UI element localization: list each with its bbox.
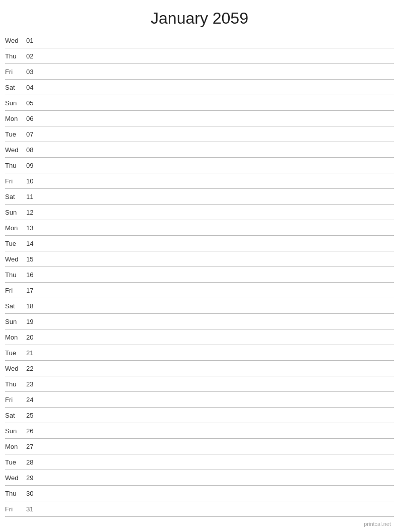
day-number: 07 (26, 130, 40, 138)
day-line (40, 321, 394, 322)
day-name: Tue (5, 349, 26, 357)
day-row: Sun26 (5, 423, 394, 439)
day-row: Sat04 (5, 80, 394, 95)
day-line (40, 415, 394, 416)
day-name: Sun (5, 99, 26, 107)
day-name: Thu (5, 490, 26, 497)
day-line (40, 212, 394, 213)
day-name: Fri (5, 505, 26, 513)
day-name: Sat (5, 412, 26, 419)
day-number: 14 (26, 240, 40, 247)
day-number: 02 (26, 52, 40, 60)
day-number: 05 (26, 99, 40, 107)
day-line (40, 196, 394, 197)
day-row: Tue28 (5, 454, 394, 470)
day-number: 11 (26, 193, 40, 201)
day-line (40, 259, 394, 259)
day-line (40, 103, 394, 103)
day-row: Sun19 (5, 314, 394, 329)
day-number: 26 (26, 427, 40, 435)
day-number: 03 (26, 68, 40, 76)
day-line (40, 134, 394, 135)
day-name: Wed (5, 146, 26, 154)
day-row: Mon06 (5, 111, 394, 126)
day-row: Sat11 (5, 189, 394, 205)
day-line (40, 353, 394, 353)
day-row: Fri17 (5, 283, 394, 298)
calendar-list: Wed01Thu02Fri03Sat04Sun05Mon06Tue07Wed08… (0, 33, 399, 517)
day-row: Mon13 (5, 220, 394, 236)
day-line (40, 337, 394, 338)
day-name: Mon (5, 115, 26, 122)
day-row: Fri10 (5, 173, 394, 189)
day-name: Tue (5, 458, 26, 466)
day-row: Thu30 (5, 486, 394, 501)
day-row: Fri24 (5, 392, 394, 408)
day-name: Fri (5, 396, 26, 404)
day-line (40, 368, 394, 369)
day-row: Tue14 (5, 236, 394, 251)
day-number: 16 (26, 271, 40, 279)
day-line (40, 462, 394, 462)
day-number: 09 (26, 162, 40, 169)
day-line (40, 509, 394, 509)
day-line (40, 118, 394, 119)
day-name: Thu (5, 271, 26, 279)
day-row: Wed22 (5, 361, 394, 376)
day-number: 30 (26, 490, 40, 497)
day-line (40, 40, 394, 41)
day-row: Thu23 (5, 376, 394, 392)
day-name: Wed (5, 255, 26, 263)
day-number: 21 (26, 349, 40, 357)
day-line (40, 384, 394, 384)
day-name: Sun (5, 209, 26, 216)
day-row: Fri31 (5, 501, 394, 517)
day-number: 31 (26, 505, 40, 513)
day-name: Sat (5, 193, 26, 201)
day-number: 24 (26, 396, 40, 404)
day-number: 23 (26, 380, 40, 388)
day-name: Sun (5, 427, 26, 435)
day-name: Sat (5, 302, 26, 310)
day-row: Fri03 (5, 64, 394, 80)
day-line (40, 431, 394, 431)
day-line (40, 275, 394, 275)
day-number: 20 (26, 334, 40, 341)
day-name: Wed (5, 365, 26, 372)
day-name: Sat (5, 84, 26, 91)
day-line (40, 87, 394, 88)
day-row: Sun12 (5, 205, 394, 220)
day-number: 17 (26, 287, 40, 294)
day-name: Mon (5, 334, 26, 341)
day-line (40, 150, 394, 150)
day-row: Wed15 (5, 251, 394, 267)
day-line (40, 400, 394, 400)
day-row: Wed08 (5, 142, 394, 158)
day-name: Mon (5, 224, 26, 232)
day-line (40, 493, 394, 494)
day-number: 19 (26, 318, 40, 325)
day-name: Tue (5, 240, 26, 247)
day-number: 29 (26, 474, 40, 482)
day-name: Tue (5, 130, 26, 138)
day-number: 28 (26, 458, 40, 466)
day-row: Mon20 (5, 329, 394, 345)
day-number: 22 (26, 365, 40, 372)
day-row: Sat25 (5, 408, 394, 423)
day-line (40, 478, 394, 478)
day-name: Fri (5, 287, 26, 294)
day-name: Fri (5, 177, 26, 185)
day-line (40, 228, 394, 228)
day-name: Thu (5, 380, 26, 388)
day-number: 18 (26, 302, 40, 310)
day-row: Sat18 (5, 298, 394, 314)
day-row: Wed01 (5, 33, 394, 48)
day-row: Tue21 (5, 345, 394, 361)
day-name: Mon (5, 443, 26, 450)
day-number: 13 (26, 224, 40, 232)
day-row: Thu02 (5, 48, 394, 64)
day-line (40, 72, 394, 72)
day-number: 10 (26, 177, 40, 185)
day-row: Thu09 (5, 158, 394, 173)
day-row: Sun05 (5, 95, 394, 111)
